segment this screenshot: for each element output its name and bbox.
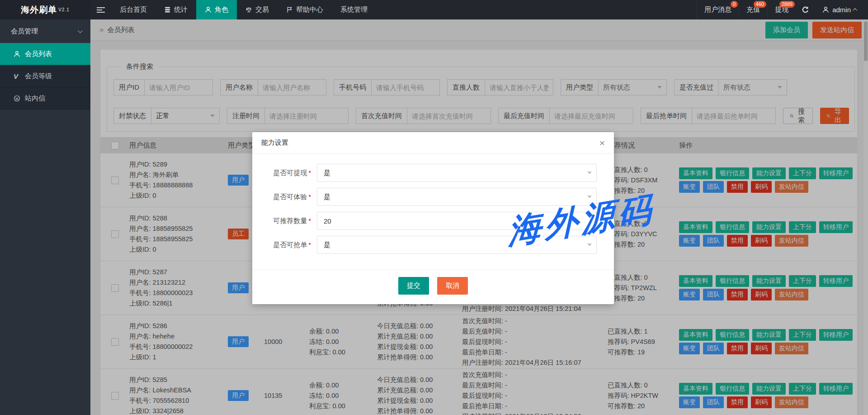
nav-label: 后台首页 bbox=[120, 5, 147, 14]
topbar: 海外刷单V2.1 后台首页 统计 角色 交易 帮助中心 系统管理 用户消息0 充… bbox=[0, 0, 868, 19]
mail-icon bbox=[14, 95, 20, 102]
can-withdraw-select[interactable]: 是 bbox=[317, 164, 597, 182]
select-value: 是 bbox=[324, 169, 330, 177]
field-label: 是否可体验* bbox=[264, 193, 311, 201]
user-icon bbox=[205, 6, 212, 13]
top-nav: 后台首页 统计 角色 交易 帮助中心 系统管理 bbox=[111, 0, 376, 19]
field-label: 是否可提现* bbox=[264, 169, 311, 177]
caret-down-icon bbox=[587, 196, 592, 200]
nav-item-roles[interactable]: 角色 bbox=[196, 0, 237, 19]
required-asterisk: * bbox=[308, 241, 311, 248]
member-level-icon: V bbox=[14, 72, 20, 80]
nav-item-stats[interactable]: 统计 bbox=[156, 0, 196, 19]
user-message-button[interactable]: 用户消息0 bbox=[697, 0, 739, 19]
select-value: 是 bbox=[324, 241, 330, 249]
database-icon bbox=[164, 6, 171, 13]
modal-field-can-trial: 是否可体验* 是 bbox=[264, 188, 597, 206]
required-asterisk: * bbox=[308, 217, 311, 224]
modal-title: 能力设置 bbox=[261, 138, 288, 147]
nav-item-trade[interactable]: 交易 bbox=[237, 0, 278, 19]
caret-down-icon bbox=[587, 243, 592, 248]
flag-icon bbox=[286, 6, 293, 13]
member-list-icon bbox=[14, 51, 20, 57]
sidebar-item-member-level[interactable]: V 会员等级 bbox=[0, 65, 90, 87]
recharge-badge: 460 bbox=[754, 1, 766, 8]
required-asterisk: * bbox=[308, 193, 311, 200]
referral-quota-input[interactable]: 20 bbox=[317, 212, 597, 230]
field-label: 是否可抢单* bbox=[264, 241, 311, 249]
can-trial-select[interactable]: 是 bbox=[317, 188, 597, 206]
app-title: 海外刷单 bbox=[21, 4, 57, 16]
sidebar-section-member-management[interactable]: 会员管理 bbox=[0, 19, 90, 43]
app-logo: 海外刷单V2.1 bbox=[0, 0, 90, 19]
nav-label: 帮助中心 bbox=[296, 5, 323, 14]
scales-icon bbox=[245, 6, 252, 13]
required-asterisk: * bbox=[308, 169, 311, 176]
admin-menu[interactable]: admin bbox=[815, 0, 862, 19]
chevron-down-icon bbox=[78, 28, 83, 33]
nav-label: 交易 bbox=[255, 5, 269, 14]
field-label: 可推荐数量* bbox=[264, 217, 311, 225]
menu-toggle-icon[interactable] bbox=[90, 0, 111, 19]
user-message-label: 用户消息 bbox=[704, 5, 731, 14]
sidebar: 会员管理 会员列表 V 会员等级 站内信 bbox=[0, 19, 90, 415]
withdraw-button[interactable]: 提现2889 bbox=[767, 0, 796, 19]
sidebar-item-member-list[interactable]: 会员列表 bbox=[0, 43, 90, 65]
user-message-badge: 0 bbox=[731, 1, 738, 8]
ability-settings-modal: 能力设置 × 是否可提现* 是 是否可体验* 是 可推荐数量* 20 是否可抢单… bbox=[252, 132, 614, 304]
nav-label: 角色 bbox=[215, 5, 228, 14]
modal-field-referral-quota: 可推荐数量* 20 bbox=[264, 212, 597, 230]
topbar-right: 用户消息0 充值460 提现2889 admin bbox=[697, 0, 868, 19]
modal-header: 能力设置 × bbox=[252, 132, 614, 154]
admin-name: admin bbox=[832, 6, 851, 14]
close-icon[interactable]: × bbox=[599, 138, 605, 148]
nav-label: 系统管理 bbox=[340, 5, 368, 14]
caret-down-icon bbox=[587, 172, 592, 176]
sidebar-item-site-message[interactable]: 站内信 bbox=[0, 87, 90, 110]
modal-field-can-grab-order: 是否可抢单* 是 bbox=[264, 236, 597, 254]
caret-up-icon bbox=[853, 8, 857, 13]
nav-item-help[interactable]: 帮助中心 bbox=[278, 0, 332, 19]
recharge-button[interactable]: 充值460 bbox=[739, 0, 767, 19]
sidebar-item-label: 站内信 bbox=[25, 94, 45, 103]
modal-body: 是否可提现* 是 是否可体验* 是 可推荐数量* 20 是否可抢单* 是 bbox=[252, 154, 614, 262]
sidebar-item-label: 会员列表 bbox=[25, 50, 52, 58]
cancel-button[interactable]: 取消 bbox=[437, 277, 468, 295]
select-value: 是 bbox=[324, 193, 330, 201]
modal-footer: 提交 取消 bbox=[252, 270, 614, 304]
nav-item-home[interactable]: 后台首页 bbox=[111, 0, 156, 19]
modal-field-can-withdraw: 是否可提现* 是 bbox=[264, 164, 597, 182]
sidebar-section-label: 会员管理 bbox=[11, 27, 38, 36]
sidebar-item-label: 会员等级 bbox=[25, 72, 52, 81]
nav-item-system[interactable]: 系统管理 bbox=[332, 0, 376, 19]
can-grab-order-select[interactable]: 是 bbox=[317, 236, 597, 254]
app-version: V2.1 bbox=[58, 7, 70, 12]
refresh-icon[interactable] bbox=[796, 0, 815, 19]
admin-user-icon bbox=[822, 6, 829, 13]
submit-button[interactable]: 提交 bbox=[398, 277, 429, 295]
input-value: 20 bbox=[324, 217, 331, 225]
nav-label: 统计 bbox=[174, 5, 188, 14]
withdraw-badge: 2889 bbox=[779, 1, 795, 8]
